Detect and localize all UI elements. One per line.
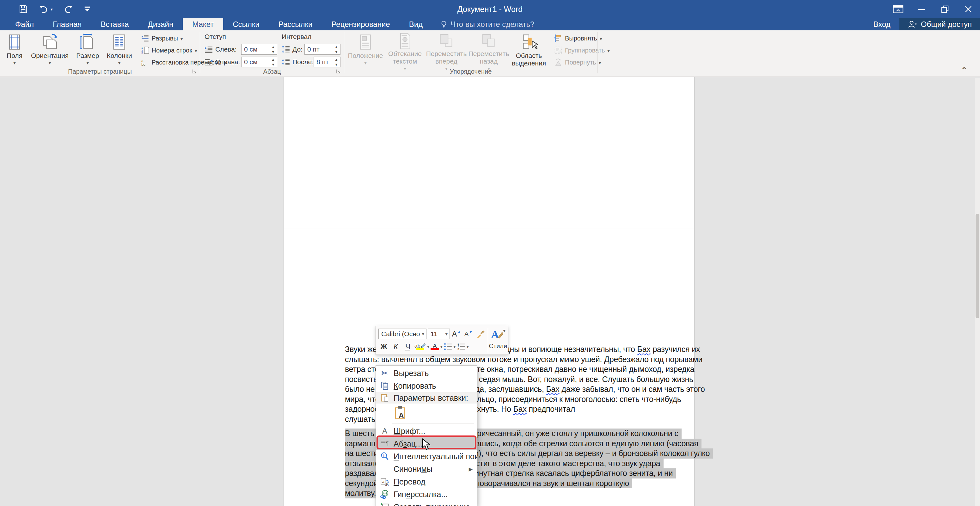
tell-me-box[interactable]: Что вы хотите сделать? xyxy=(432,18,542,30)
sign-in-button[interactable]: Вход xyxy=(864,18,899,30)
tab-view[interactable]: Вид xyxy=(399,18,432,30)
spacing-before-icon xyxy=(282,46,290,53)
spacing-before-input[interactable]: 0 пт xyxy=(304,44,340,55)
highlight-button[interactable]: ab🖉 xyxy=(414,341,429,352)
underline-button[interactable]: Ч xyxy=(402,341,413,352)
svg-text:あ: あ xyxy=(385,482,389,486)
ribbon-display-options-button[interactable] xyxy=(886,0,910,18)
close-button[interactable] xyxy=(957,0,980,18)
indent-left-input[interactable]: 0 см xyxy=(241,44,277,55)
page-2[interactable]: Звуки же собственной жизни были столь ск… xyxy=(283,229,695,506)
chevron-down-icon xyxy=(607,47,610,54)
undo-button[interactable]: ▾ xyxy=(38,5,53,14)
bring-forward-icon xyxy=(438,32,455,50)
indent-left-label: Слева: xyxy=(215,46,237,53)
dialog-launcher-paragraph[interactable] xyxy=(335,68,342,75)
styles-icon: А xyxy=(491,328,506,340)
tab-references[interactable]: Ссылки xyxy=(223,18,269,30)
chevron-down-icon xyxy=(440,344,442,350)
paste-icon xyxy=(376,393,394,402)
svg-text:3: 3 xyxy=(457,348,459,350)
customize-quick-access-icon[interactable] xyxy=(84,5,91,13)
tab-home[interactable]: Главная xyxy=(43,18,91,30)
new-comment-icon xyxy=(376,503,394,506)
menu-item-smart-lookup[interactable]: i Интеллектуальный поиск xyxy=(376,450,477,463)
word-window: ▾ Документ1 - Word xyxy=(0,0,980,506)
chevron-down-icon xyxy=(364,60,367,66)
size-button[interactable]: Размер xyxy=(72,32,103,68)
ribbon: Поля Ориентация Размер xyxy=(0,30,980,77)
dialog-launcher-page-setup[interactable] xyxy=(191,68,198,75)
spacing-after-input[interactable]: 8 пт xyxy=(313,57,340,67)
tell-me-label: Что вы хотите сделать? xyxy=(450,20,534,29)
submenu-arrow-icon: ▶ xyxy=(469,466,473,472)
tab-mailings[interactable]: Рассылки xyxy=(269,18,322,30)
paste-keep-text-only-button[interactable]: A xyxy=(392,405,407,421)
font-dialog-icon: А xyxy=(376,426,394,436)
menu-item-synonyms[interactable]: Синонимы ▶ xyxy=(376,463,477,475)
shrink-font-button[interactable]: А▼ xyxy=(463,329,474,339)
menu-item-cut[interactable]: ✂ Вырезать xyxy=(376,367,477,380)
selection-pane-button[interactable]: Область выделения xyxy=(510,32,548,68)
spacing-before-label: До: xyxy=(293,46,302,53)
position-button: Положение xyxy=(346,32,385,68)
restore-button[interactable] xyxy=(933,0,957,18)
menu-item-copy[interactable]: Копировать xyxy=(376,380,477,392)
svg-text:i: i xyxy=(383,453,384,458)
redo-button[interactable] xyxy=(64,5,73,14)
font-size-combo[interactable]: 11 xyxy=(428,329,450,339)
spinner-arrows[interactable] xyxy=(269,44,277,54)
italic-button[interactable]: К xyxy=(390,341,401,352)
columns-button[interactable]: Колонки xyxy=(103,32,135,68)
context-menu: ✂ Вырезать Копировать Параметры вставки:… xyxy=(375,365,477,506)
tab-file[interactable]: Файл xyxy=(6,18,43,30)
grow-font-button[interactable]: А▲ xyxy=(451,329,462,339)
tab-layout[interactable]: Макет xyxy=(183,18,223,30)
orientation-icon xyxy=(41,32,59,52)
send-backward-button: Переместить назад xyxy=(468,32,510,68)
spinner-arrows[interactable] xyxy=(332,57,340,67)
chevron-down-icon xyxy=(600,35,602,42)
hyperlink-icon xyxy=(376,490,394,499)
bring-forward-button: Переместить вперед xyxy=(425,32,468,68)
margins-button[interactable]: Поля xyxy=(2,32,27,68)
selection-pane-icon xyxy=(520,32,538,52)
menu-item-hyperlink[interactable]: Гиперссылка... xyxy=(376,488,477,501)
menu-item-font[interactable]: А Шрифт... xyxy=(376,425,477,438)
group-objects-icon xyxy=(554,46,562,54)
menu-item-translate[interactable]: аあ Перевод xyxy=(376,475,477,488)
bullets-button[interactable] xyxy=(444,341,456,352)
format-painter-icon[interactable] xyxy=(475,329,486,339)
wrap-text-icon xyxy=(396,32,414,50)
numbering-button[interactable]: 123 xyxy=(457,341,469,352)
smart-lookup-icon: i xyxy=(376,452,394,461)
tab-review[interactable]: Рецензирование xyxy=(322,18,399,30)
menu-item-new-comment[interactable]: Создать примечание xyxy=(376,501,477,506)
mouse-cursor xyxy=(421,438,432,450)
indent-right-input[interactable]: 0 см xyxy=(241,57,277,67)
tab-insert[interactable]: Вставка xyxy=(91,18,138,30)
font-color-button[interactable]: А xyxy=(431,341,442,352)
quick-access-toolbar: ▾ xyxy=(18,0,91,18)
bold-button[interactable]: Ж xyxy=(379,341,389,352)
share-label: Общий доступ xyxy=(921,20,972,29)
chevron-down-icon xyxy=(443,331,450,337)
minimize-button[interactable] xyxy=(910,0,933,18)
styles-button[interactable]: А Стили xyxy=(488,326,508,355)
menu-item-paste-options: Параметры вставки: xyxy=(376,392,477,404)
indent-right-label: Справа: xyxy=(215,58,240,66)
chevron-down-icon xyxy=(118,60,121,66)
font-name-combo[interactable]: Calibri (Осноі xyxy=(379,329,426,339)
size-icon xyxy=(79,32,96,52)
spinner-arrows[interactable] xyxy=(269,57,277,67)
share-button[interactable]: Общий доступ xyxy=(899,18,980,30)
tab-design[interactable]: Дизайн xyxy=(138,18,183,30)
chevron-down-icon xyxy=(427,344,430,350)
save-icon[interactable] xyxy=(18,5,28,14)
orientation-button[interactable]: Ориентация xyxy=(27,32,72,68)
collapse-ribbon-button[interactable]: ⌃ xyxy=(961,66,967,75)
align-button[interactable]: Выровнять xyxy=(552,32,612,44)
scrollbar-thumb[interactable] xyxy=(975,214,979,318)
vertical-scrollbar[interactable] xyxy=(975,78,980,506)
spinner-arrows[interactable] xyxy=(332,44,340,54)
